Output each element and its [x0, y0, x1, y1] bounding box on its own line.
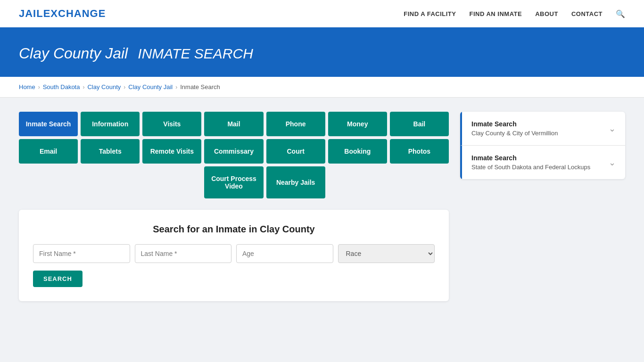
search-form-title: Search for an Inmate in Clay County	[33, 224, 435, 235]
breadcrumb-current: Inmate Search	[180, 83, 220, 90]
breadcrumb-home[interactable]: Home	[19, 83, 35, 90]
btn-money[interactable]: Money	[328, 112, 387, 136]
nav-buttons-row2: Email Tablets Remote Visits Commissary C…	[19, 139, 449, 164]
sidebar-item-1-title: Inmate Search	[471, 120, 558, 128]
btn-information[interactable]: Information	[81, 112, 140, 136]
sidebar-item-1-subtitle: Clay County & City of Vermillion	[471, 130, 558, 137]
breadcrumb: Home › South Dakota › Clay County › Clay…	[0, 77, 644, 98]
nav-find-facility[interactable]: FIND A FACILITY	[404, 10, 456, 17]
sidebar-card: Inmate Search Clay County & City of Verm…	[460, 112, 625, 179]
search-fields: Race White Black Hispanic Asian Native A…	[33, 244, 435, 263]
sidebar-item-2-subtitle: State of South Dakota and Federal Lockup…	[471, 164, 590, 171]
sidebar-item-1[interactable]: Inmate Search Clay County & City of Verm…	[460, 112, 625, 146]
sidebar-item-2-title: Inmate Search	[471, 154, 590, 162]
site-logo[interactable]: JAILEXCHANGE	[19, 8, 106, 20]
hero-banner: Clay County Jail INMATE SEARCH	[0, 28, 644, 77]
sidebar-item-2[interactable]: Inmate Search State of South Dakota and …	[460, 146, 625, 179]
nav-contact[interactable]: CONTACT	[571, 10, 603, 17]
btn-commissary[interactable]: Commissary	[204, 139, 263, 164]
breadcrumb-clay-county[interactable]: Clay County	[87, 83, 121, 90]
sidebar-item-2-chevron: ⌄	[609, 157, 616, 168]
sidebar-item-1-text: Inmate Search Clay County & City of Verm…	[471, 120, 558, 137]
first-name-input[interactable]	[33, 244, 130, 263]
left-column: Inmate Search Information Visits Mail Ph…	[19, 112, 449, 301]
logo-jail: JAIL	[19, 8, 43, 19]
btn-nearby-jails[interactable]: Nearby Jails	[266, 166, 325, 198]
last-name-input[interactable]	[135, 244, 232, 263]
page-title-main: Clay County Jail	[19, 45, 128, 62]
right-sidebar: Inmate Search Clay County & City of Verm…	[460, 112, 625, 179]
btn-court-process-video[interactable]: Court Process Video	[204, 166, 263, 198]
nav-about[interactable]: ABOUT	[535, 10, 558, 17]
btn-remote-visits[interactable]: Remote Visits	[142, 139, 201, 164]
btn-phone[interactable]: Phone	[266, 112, 325, 136]
page-title-sub: INMATE SEARCH	[138, 46, 253, 61]
btn-booking[interactable]: Booking	[328, 139, 387, 164]
breadcrumb-clay-county-jail[interactable]: Clay County Jail	[128, 83, 173, 90]
main-nav: FIND A FACILITY FIND AN INMATE ABOUT CON…	[404, 9, 625, 18]
nav-find-inmate[interactable]: FIND AN INMATE	[469, 10, 522, 17]
btn-mail[interactable]: Mail	[204, 112, 263, 136]
btn-inmate-search[interactable]: Inmate Search	[19, 112, 78, 136]
breadcrumb-sep-2: ›	[83, 84, 84, 90]
btn-photos[interactable]: Photos	[390, 139, 449, 164]
btn-visits[interactable]: Visits	[142, 112, 201, 136]
btn-email[interactable]: Email	[19, 139, 78, 164]
main-content: Inmate Search Information Visits Mail Ph…	[0, 98, 644, 315]
page-title: Clay County Jail INMATE SEARCH	[19, 42, 625, 63]
search-submit-button[interactable]: SEARCH	[33, 271, 83, 287]
btn-bail[interactable]: Bail	[390, 112, 449, 136]
sidebar-item-2-text: Inmate Search State of South Dakota and …	[471, 154, 590, 171]
breadcrumb-south-dakota[interactable]: South Dakota	[43, 83, 80, 90]
logo-exchange: EXCHANGE	[43, 8, 106, 19]
nav-buttons-row1: Inmate Search Information Visits Mail Ph…	[19, 112, 449, 136]
race-select[interactable]: Race White Black Hispanic Asian Native A…	[338, 244, 435, 263]
breadcrumb-sep-1: ›	[38, 84, 40, 90]
btn-court[interactable]: Court	[266, 139, 325, 164]
site-header: JAILEXCHANGE FIND A FACILITY FIND AN INM…	[0, 0, 644, 28]
nav-buttons-row3: Court Process Video Nearby Jails	[19, 166, 449, 198]
btn-tablets[interactable]: Tablets	[81, 139, 140, 164]
age-input[interactable]	[236, 244, 333, 263]
sidebar-item-1-chevron: ⌄	[609, 123, 616, 134]
breadcrumb-sep-3: ›	[124, 84, 125, 90]
search-card: Search for an Inmate in Clay County Race…	[19, 210, 449, 301]
breadcrumb-sep-4: ›	[175, 84, 177, 90]
header-search-icon[interactable]: 🔍	[616, 9, 625, 18]
